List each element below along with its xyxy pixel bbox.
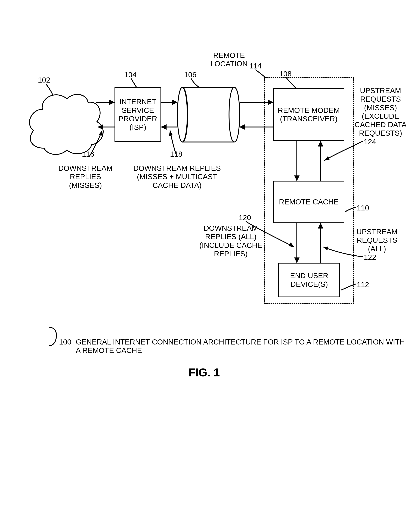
cache-label: REMOTE CACHE [279,198,338,206]
leader-118-head [169,131,173,136]
ref-dmisses: 116 [81,150,95,158]
downstream-mc-label: DOWNSTREAM REPLIES (MISSES + MULTICAST C… [132,164,222,190]
modem-box: REMOTE MODEM (TRANSCEIVER) [273,88,344,141]
upstream-all-label: UPSTREAM REQUESTS (ALL) [354,228,400,253]
upstream-miss-label: UPSTREAM REQUESTS (MISSES) (EXCLUDE CACH… [352,86,409,138]
downstream-all-label: DOWNSTREAM REPLIES (ALL) (INCLUDE CACHE … [199,224,263,258]
caption: GENERAL INTERNET CONNECTION ARCHITECTURE… [76,338,411,355]
remote-location-label: REMOTE LOCATION [210,51,248,68]
internet-label: INTERNET [41,116,83,125]
ref-end-user: 112 [356,280,370,289]
ref-pipe: 106 [183,71,197,79]
figure-label: FIG. 1 [189,366,220,379]
ref-fig: 100 [57,338,73,346]
arrow-isp-to-internet-head [98,124,103,130]
leader-104 [131,78,137,87]
leader-102 [46,84,53,95]
modem-label: REMOTE MODEM (TRANSCEIVER) [275,106,342,123]
ref-isp: 104 [123,71,137,79]
ref-remote-location: 114 [248,62,263,70]
leader-100 [49,327,56,346]
ref-umiss: 124 [363,138,377,146]
end-user-box: END USER DEVICE(S) [278,263,340,297]
cache-box: REMOTE CACHE [273,181,344,223]
ref-modem: 108 [278,70,292,78]
arrow-internet-to-isp-head [109,100,115,105]
end-user-label: END USER DEVICE(S) [281,271,338,289]
downstream-misses-label: DOWNSTREAM REPLIES (MISSES) [56,164,115,190]
ref-dall: 120 [238,213,252,222]
arrow-pipe-to-isp-head [161,124,166,130]
arrow-isp-to-pipe-head [172,100,177,105]
ref-dmc: 118 [169,150,183,158]
leader-114 [256,70,265,77]
ref-uall: 122 [363,253,377,262]
ref-internet: 102 [37,76,51,84]
leader-116-head [99,131,102,136]
isp-label: INTERNET SERVICE PROVIDER (ISP) [117,97,159,132]
leader-106 [191,78,199,87]
diagram-page: INTERNET SERVICE PROVIDER (ISP) REMOTE M… [0,0,411,532]
isp-box: INTERNET SERVICE PROVIDER (ISP) [115,87,161,142]
pipe-label: ISP COMMUNICATION SYSTEM (BANDWIDTH/ PIP… [177,93,240,135]
ref-cache: 110 [356,204,370,212]
